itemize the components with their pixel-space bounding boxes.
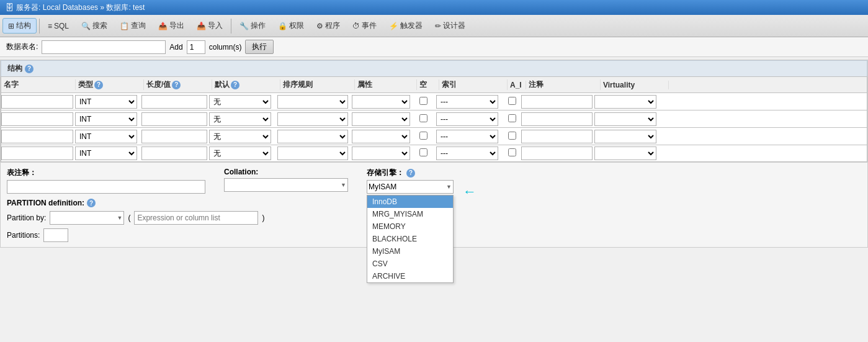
row-2-virtuality-select[interactable]	[594, 130, 656, 143]
structure-section-header: 结构 ?	[1, 60, 867, 76]
row-3-name-input[interactable]	[1, 146, 73, 160]
expression-input[interactable]	[134, 211, 258, 225]
row-0-attr-wrap	[350, 95, 412, 109]
row-0-length-input[interactable]	[141, 95, 207, 109]
data-rows-container: INTVARCHARTEXTBIGINTFLOATDOUBLEDECIMALDA…	[1, 92, 867, 162]
table-name-input[interactable]	[42, 40, 166, 54]
storage-current-value[interactable]: MyISAM ▼	[367, 180, 454, 194]
table-row: INTVARCHARTEXTBIGINTFLOATDOUBLEDECIMALDA…	[1, 92, 867, 110]
storage-select-wrap: MyISAM ▼ InnoDB MRG_MYISAM MEMORY BLACKH…	[367, 180, 454, 194]
toolbar-btn-sql[interactable]: ≡ SQL	[42, 19, 74, 33]
row-1-attr-select[interactable]	[352, 112, 410, 126]
row-1-index-select[interactable]: ---PRIMARYUNIQUEINDEXFULLTEXT	[436, 112, 498, 126]
toolbar-btn-permissions[interactable]: 🔒 权限	[272, 18, 310, 34]
row-0-type-select[interactable]: INTVARCHARTEXTBIGINTFLOATDOUBLEDECIMALDA…	[75, 95, 137, 109]
toolbar-btn-events[interactable]: ⏱ 事件	[347, 18, 382, 34]
header-type: 类型 ?	[76, 79, 144, 90]
table-row: INTVARCHARTEXTBIGINTFLOATDOUBLEDECIMALDA…	[1, 145, 867, 162]
storage-arrow: ▼	[446, 184, 452, 190]
row-3-comment-input[interactable]	[521, 146, 593, 160]
storage-option-myisam[interactable]: MyISAM	[367, 245, 453, 258]
row-3-ai-checkbox[interactable]	[508, 148, 516, 156]
row-1-virtuality-select[interactable]	[594, 112, 656, 126]
row-0-null-checkbox[interactable]	[419, 97, 427, 105]
row-1-null-cell	[412, 114, 434, 124]
row-3-attr-select[interactable]	[352, 146, 410, 160]
sql-icon: ≡	[48, 22, 52, 30]
toolbar-btn-query[interactable]: 📋 查询	[114, 18, 151, 34]
add-label: Add	[169, 43, 182, 52]
row-1-comment-input[interactable]	[521, 112, 593, 126]
import-icon: 📥	[197, 22, 206, 30]
row-1-default-select[interactable]: 无NULLCURRENT_TIMESTAMP	[209, 112, 271, 126]
row-2-index-select[interactable]: ---PRIMARYUNIQUEINDEXFULLTEXT	[436, 130, 498, 143]
row-2-type-select[interactable]: INTVARCHARTEXTBIGINTFLOATDOUBLEDECIMALDA…	[75, 130, 137, 143]
row-2-ai-checkbox[interactable]	[508, 132, 516, 140]
toolbar-btn-routines[interactable]: ⚙ 程序	[311, 18, 346, 34]
collation-select[interactable]	[224, 178, 348, 192]
toolbar-btn-triggers[interactable]: ⚡ 触发器	[383, 18, 428, 34]
row-0-default-select[interactable]: 无NULLCURRENT_TIMESTAMP	[209, 95, 271, 109]
row-3-null-checkbox[interactable]	[419, 148, 427, 156]
toolbar-btn-operations[interactable]: 🔧 操作	[234, 18, 271, 34]
row-0-attr-select[interactable]	[352, 95, 410, 109]
row-1-null-checkbox[interactable]	[419, 114, 427, 122]
row-1-ai-checkbox[interactable]	[508, 114, 516, 122]
row-3-default-wrap: 无NULLCURRENT_TIMESTAMP	[207, 146, 275, 160]
storage-option-memory[interactable]: MEMORY	[367, 220, 453, 233]
row-1-length-input[interactable]	[141, 112, 207, 126]
row-3-default-select[interactable]: 无NULLCURRENT_TIMESTAMP	[209, 146, 271, 160]
row-3-type-select[interactable]: INTVARCHARTEXTBIGINTFLOATDOUBLEDECIMALDA…	[75, 146, 137, 160]
storage-help-icon[interactable]: ?	[406, 169, 415, 178]
default-help-icon[interactable]: ?	[231, 81, 239, 89]
row-0-comment-input[interactable]	[521, 95, 593, 109]
length-help-icon[interactable]: ?	[172, 81, 181, 89]
row-2-null-checkbox[interactable]	[419, 132, 427, 140]
row-1-index-wrap: ---PRIMARYUNIQUEINDEXFULLTEXT	[434, 112, 503, 126]
partitions-input[interactable]	[43, 228, 68, 242]
add-columns-input[interactable]	[187, 40, 205, 54]
row-0-name-input[interactable]	[1, 95, 73, 109]
row-3-index-select[interactable]: ---PRIMARYUNIQUEINDEXFULLTEXT	[436, 146, 498, 160]
comment-input[interactable]	[7, 180, 205, 194]
row-3-length-input[interactable]	[141, 146, 207, 160]
row-3-type-wrap: INTVARCHARTEXTBIGINTFLOATDOUBLEDECIMALDA…	[73, 146, 141, 160]
row-0-virtuality-select[interactable]	[594, 95, 656, 109]
toolbar-btn-export[interactable]: 📤 导出	[153, 18, 190, 34]
execute-button[interactable]: 执行	[245, 40, 274, 54]
toolbar-btn-structure[interactable]: ⊞ 结构	[2, 18, 37, 34]
structure-help-icon[interactable]: ?	[25, 65, 34, 73]
row-2-default-select[interactable]: 无NULLCURRENT_TIMESTAMP	[209, 130, 271, 143]
row-2-attr-wrap	[350, 130, 412, 143]
toolbar-btn-import[interactable]: 📥 导入	[191, 18, 228, 34]
row-0-collation-select[interactable]	[277, 95, 348, 109]
row-1-collation-select[interactable]	[277, 112, 348, 126]
toolbar-btn-designer[interactable]: ✏ 设计器	[429, 18, 471, 34]
row-2-length-input[interactable]	[141, 130, 207, 143]
row-1-name-input[interactable]	[1, 112, 73, 126]
row-2-comment-input[interactable]	[521, 130, 593, 143]
row-3-virtuality-select[interactable]	[594, 146, 656, 160]
storage-option-blackhole[interactable]: BLACKHOLE	[367, 233, 453, 245]
partition-title: PARTITION definition:	[7, 199, 84, 207]
row-0-type-wrap: INTVARCHARTEXTBIGINTFLOATDOUBLEDECIMALDA…	[73, 95, 141, 109]
row-2-attr-select[interactable]	[352, 130, 410, 143]
toolbar-btn-search[interactable]: 🔍 搜索	[76, 18, 113, 34]
row-0-ai-checkbox[interactable]	[508, 97, 516, 105]
row-2-name-input[interactable]	[1, 130, 73, 143]
row-0-index-select[interactable]: ---PRIMARYUNIQUEINDEXFULLTEXT	[436, 95, 498, 109]
collation-select-wrap: ▼	[224, 178, 348, 192]
storage-option-mrg[interactable]: MRG_MYISAM	[367, 208, 453, 220]
row-3-collation-wrap	[275, 146, 350, 160]
storage-option-csv[interactable]: CSV	[367, 258, 453, 270]
row-1-type-select[interactable]: INTVARCHARTEXTBIGINTFLOATDOUBLEDECIMALDA…	[75, 112, 137, 126]
row-2-collation-select[interactable]	[277, 130, 348, 143]
row-3-collation-select[interactable]	[277, 146, 348, 160]
storage-option-innodb[interactable]: InnoDB	[367, 196, 453, 208]
type-help-icon[interactable]: ?	[94, 81, 103, 89]
sql-label: SQL	[54, 22, 69, 30]
row-3-attr-wrap	[350, 146, 412, 160]
storage-option-archive[interactable]: ARCHIVE	[367, 270, 453, 282]
partition-help-icon[interactable]: ?	[87, 199, 96, 207]
partition-by-select[interactable]: HASH KEY LIST RANGE	[50, 211, 124, 225]
